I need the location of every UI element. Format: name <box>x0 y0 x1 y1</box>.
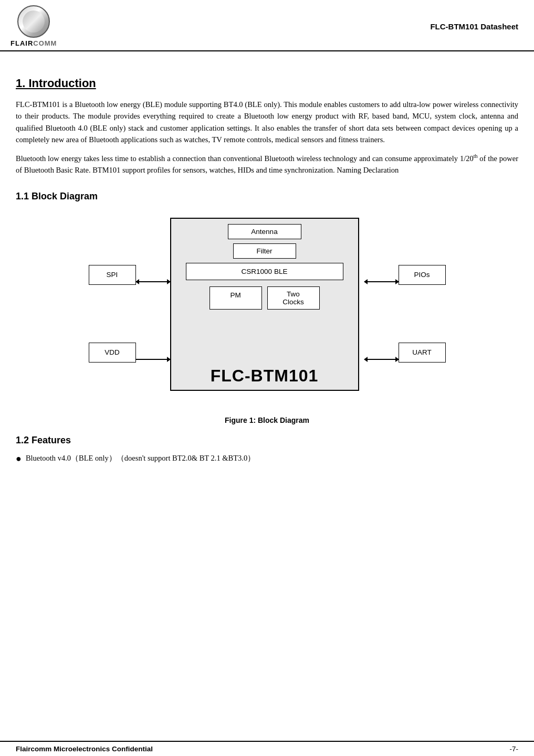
section-1-heading: 1. Introduction <box>16 77 518 90</box>
filter-box: Filter <box>233 243 296 259</box>
module-label: FLC-BTM101 <box>171 366 358 386</box>
module-box: Antenna Filter CSR1000 BLE PM TwoClocks <box>170 218 359 391</box>
section-1-1: 1.1 Block Diagram Antenna Filter CSR1000… <box>16 191 518 424</box>
figure-caption: Figure 1: Block Diagram <box>16 416 518 424</box>
diagram-container: Antenna Filter CSR1000 BLE PM TwoClocks <box>16 212 518 412</box>
pios-arrow <box>364 272 399 292</box>
spi-box: SPI <box>89 265 136 285</box>
footer-page-number: -7- <box>510 745 519 753</box>
logo-area: FLAIRCOMM <box>11 5 57 47</box>
pios-arrow-line <box>364 281 399 282</box>
block-diagram: Antenna Filter CSR1000 BLE PM TwoClocks <box>89 212 446 412</box>
vdd-box: VDD <box>89 343 136 363</box>
section-1-2-heading: 1.2 Features <box>16 435 518 446</box>
bullet-text-1: Bluetooth v4.0（BLE only）（doesn't support… <box>26 453 255 463</box>
vdd-arrowhead <box>167 357 171 362</box>
csr-box: CSR1000 BLE <box>186 263 343 280</box>
intro-paragraph-2: Bluetooth low energy takes less time to … <box>16 152 518 176</box>
vdd-arrow-line <box>136 359 170 360</box>
page-footer: Flaircomm Microelectronics Confidential … <box>0 741 534 756</box>
intro-paragraph-1: FLC-BTM101 is a Bluetooth low energy (BL… <box>16 99 518 146</box>
section-1: 1. Introduction FLC-BTM101 is a Bluetoot… <box>16 77 518 176</box>
bottom-row: PM TwoClocks <box>210 286 320 310</box>
antenna-box: Antenna <box>228 224 301 239</box>
document-title: FLC-BTM101 Datasheet <box>430 22 518 31</box>
uart-arrow-line <box>364 359 399 360</box>
pm-box: PM <box>210 286 262 310</box>
section-1-2: 1.2 Features ● Bluetooth v4.0（BLE only）（… <box>16 435 518 465</box>
uart-arrow <box>364 349 399 369</box>
page-header: FLAIRCOMM FLC-BTM101 Datasheet <box>0 0 534 51</box>
bullet-item-1: ● Bluetooth v4.0（BLE only）（doesn't suppo… <box>16 453 518 465</box>
company-name: FLAIRCOMM <box>11 39 57 47</box>
two-clocks-box: TwoClocks <box>267 286 320 310</box>
logo-icon <box>17 5 50 38</box>
bullet-dot-1: ● <box>16 453 22 465</box>
pios-box: PIOs <box>399 265 446 285</box>
spi-arrow-line <box>136 281 170 282</box>
footer-company: Flaircomm Microelectronics Confidential <box>16 745 153 753</box>
vdd-arrow <box>136 349 170 369</box>
section-1-1-heading: 1.1 Block Diagram <box>16 191 518 202</box>
spi-arrow <box>136 272 170 292</box>
uart-box: UART <box>399 343 446 363</box>
main-content: 1. Introduction FLC-BTM101 is a Bluetoot… <box>0 51 534 478</box>
